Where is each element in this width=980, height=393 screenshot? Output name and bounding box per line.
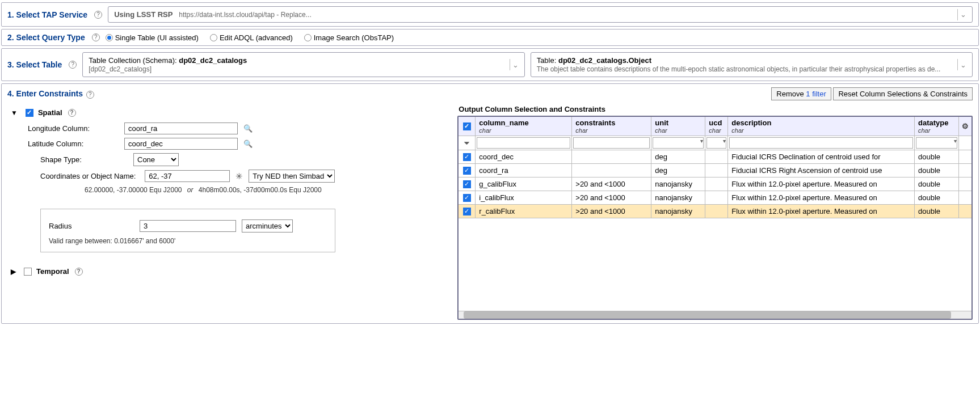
radius-unit-select[interactable]: arcminutes	[242, 219, 293, 233]
header-constraints[interactable]: constraints char	[572, 117, 651, 136]
filter-description[interactable]	[729, 137, 913, 149]
disclosure-triangle-icon[interactable]: ▼	[11, 109, 18, 117]
coord-hint-b: 4h08m00.00s, -37d00m00.0s Equ J2000	[199, 186, 322, 194]
name-resolver-select[interactable]: Try NED then Simbad	[249, 170, 335, 183]
row-checkbox[interactable]: ✓	[463, 208, 471, 215]
table-row[interactable]: ✓coord_decdegFiducial ICRS Declination o…	[459, 150, 971, 164]
select-all-cell: ✓	[459, 117, 476, 136]
coord-label: Coordinates or Object Name:	[40, 172, 136, 180]
radio-single-table[interactable]: Single Table (UI assisted)	[106, 33, 199, 42]
help-icon[interactable]: ?	[75, 268, 83, 276]
cell-constraints[interactable]: >20 and <1000	[572, 191, 651, 204]
spatial-checkbox[interactable]: ✓	[26, 109, 33, 117]
filter-constraints[interactable]	[573, 137, 650, 149]
step4-label: 4. Enter Constraints	[7, 89, 83, 98]
remove-filter-button[interactable]: Remove 1 filter	[771, 87, 831, 100]
step2-label: 2. Select Query Type	[7, 33, 85, 42]
cell-ucd	[705, 164, 728, 177]
cell-column-name: coord_ra	[476, 164, 572, 177]
spatial-section-head: ▼ ✓ Spatial ?	[11, 108, 446, 117]
header-datatype[interactable]: datatype char	[915, 117, 959, 136]
filter-column-name[interactable]	[477, 137, 570, 149]
row-checkbox[interactable]: ✓	[463, 167, 471, 175]
horizontal-scrollbar[interactable]	[459, 311, 971, 319]
cell-constraints[interactable]	[572, 164, 651, 177]
filter-ucd[interactable]	[706, 137, 726, 149]
cell-ucd	[705, 191, 728, 204]
radio-edit-adql[interactable]: Edit ADQL (advanced)	[210, 33, 293, 42]
search-icon[interactable]: 🔍	[243, 124, 253, 133]
table-row[interactable]: ✓g_calibFlux>20 and <1000nanojanskyFlux …	[459, 178, 971, 191]
table-row[interactable]: ✓coord_radegFiducial ICRS Right Ascensio…	[459, 164, 971, 178]
lat-label: Latitude Column:	[28, 140, 119, 148]
row-checkbox[interactable]: ✓	[463, 153, 471, 161]
cell-datatype: double	[915, 178, 959, 191]
output-columns-title: Output Column Selection and Constraints	[459, 105, 973, 113]
disclosure-triangle-icon[interactable]: ▶	[11, 268, 16, 276]
cell-ucd	[705, 150, 728, 163]
radius-valid-range: Valid range between: 0.016667' and 6000'	[49, 237, 327, 245]
tap-service-select[interactable]: Using LSST RSP https://data-int.lsst.clo…	[108, 6, 973, 23]
help-icon[interactable]: ?	[69, 61, 77, 69]
temporal-checkbox[interactable]	[24, 268, 32, 276]
tap-url: https://data-int.lsst.cloud/api/tap - Re…	[179, 11, 311, 19]
radio-image-search[interactable]: Image Search (ObsTAP)	[304, 33, 394, 42]
output-columns-pane: Output Column Selection and Constraints …	[457, 105, 973, 320]
header-unit[interactable]: unit char	[651, 117, 705, 136]
constraints-left-pane: ▼ ✓ Spatial ? Longitude Column: 🔍 Latitu…	[7, 105, 446, 281]
row-checkbox[interactable]: ✓	[463, 194, 471, 202]
shape-type-select[interactable]: Cone	[133, 153, 179, 166]
row-checkbox[interactable]: ✓	[463, 180, 471, 188]
help-icon[interactable]: ?	[68, 109, 76, 117]
header-description[interactable]: description char	[728, 117, 915, 136]
help-icon[interactable]: ?	[86, 91, 94, 99]
schema-title: Table Collection (Schema):	[89, 56, 176, 65]
chevron-down-icon[interactable]: ⌄	[957, 9, 969, 20]
radio-label: Edit ADQL (advanced)	[220, 33, 293, 42]
help-icon[interactable]: ?	[94, 11, 102, 19]
lon-label: Longitude Column:	[28, 124, 119, 133]
table-row[interactable]: ✓r_calibFlux>20 and <1000nanojanskyFlux …	[459, 205, 971, 218]
cell-column-name: coord_dec	[476, 150, 572, 163]
remove-prefix: Remove	[776, 90, 806, 98]
cell-column-name: i_calibFlux	[476, 191, 572, 204]
cell-constraints[interactable]: >20 and <1000	[572, 178, 651, 191]
chevron-down-icon[interactable]: ⌄	[957, 59, 969, 70]
step3-label: 3. Select Table	[7, 60, 62, 69]
coord-input[interactable]	[145, 170, 230, 182]
grid-body[interactable]: ✓coord_decdegFiducial ICRS Declination o…	[459, 150, 971, 311]
cell-constraints[interactable]: >20 and <1000	[572, 205, 651, 218]
cell-datatype: double	[915, 191, 959, 204]
cell-description: Flux within 12.0-pixel aperture. Measure…	[728, 191, 915, 204]
filter-unit[interactable]	[653, 137, 704, 149]
cell-description: Flux within 12.0-pixel aperture. Measure…	[728, 205, 915, 218]
search-icon[interactable]: 🔍	[243, 140, 253, 148]
header-ucd[interactable]: ucd char	[705, 117, 728, 136]
cell-unit: nanojansky	[651, 191, 705, 204]
target-icon[interactable]: ✳	[235, 171, 243, 181]
columns-grid: ✓ column_name char constraints char unit…	[457, 116, 973, 320]
help-icon[interactable]: ?	[92, 33, 100, 41]
table-title: Table:	[537, 56, 557, 65]
lat-column-input[interactable]	[124, 138, 238, 150]
chevron-down-icon[interactable]: ⌄	[510, 59, 521, 70]
spatial-title: Spatial	[38, 108, 62, 117]
cell-unit: deg	[651, 150, 705, 163]
coord-hint-a: 62.00000, -37.00000 Equ J2000	[85, 186, 182, 194]
gear-icon[interactable]: ⚙	[962, 122, 969, 130]
select-all-checkbox[interactable]: ✓	[463, 122, 471, 130]
funnel-icon[interactable]: ⏷	[463, 139, 470, 147]
schema-select[interactable]: Table Collection (Schema): dp02_dc2_cata…	[82, 52, 524, 77]
table-select[interactable]: Table: dp02_dc2_catalogs.Object The obje…	[531, 52, 973, 77]
radio-icon	[210, 34, 217, 41]
lon-column-input[interactable]	[124, 122, 238, 134]
schema-value: dp02_dc2_catalogs	[179, 56, 247, 65]
table-row[interactable]: ✓i_calibFlux>20 and <1000nanojanskyFlux …	[459, 191, 971, 205]
cell-constraints[interactable]	[572, 150, 651, 163]
filter-datatype[interactable]	[916, 137, 957, 149]
reset-columns-button[interactable]: Reset Column Selections & Constraints	[833, 87, 973, 100]
header-column-name[interactable]: column_name char	[476, 117, 572, 136]
step4-section: 4. Enter Constraints ? Remove 1 filter R…	[1, 83, 979, 324]
radius-input[interactable]	[140, 220, 236, 232]
cell-description: Fiducial ICRS Right Ascension of centroi…	[728, 164, 915, 177]
